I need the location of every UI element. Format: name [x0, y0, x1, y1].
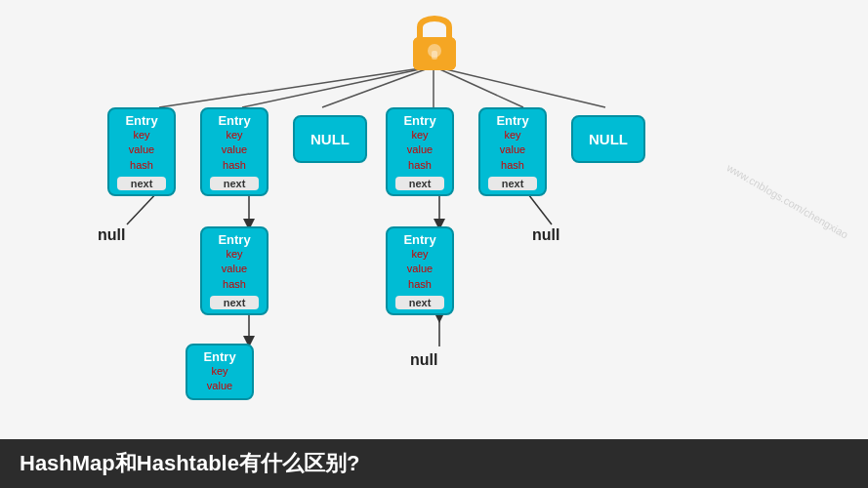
- diagram-container: Entry keyvaluehash next Entry keyvalueha…: [0, 0, 868, 488]
- null-node-1: NULL: [293, 115, 367, 163]
- svg-line-0: [159, 66, 434, 107]
- caption-bar: HashMap和Hashtable有什么区别?: [0, 439, 868, 488]
- null-node-2: NULL: [571, 115, 645, 163]
- caption-text: HashMap和Hashtable有什么区别?: [20, 451, 359, 475]
- svg-rect-18: [432, 51, 437, 60]
- entry-node-e4: Entry keyvaluehash next: [478, 107, 547, 196]
- entry-node-e6: Entry keyvaluehash next: [386, 226, 454, 315]
- null-label-1: null: [98, 226, 125, 244]
- entry-node-e2: Entry keyvaluehash next: [200, 107, 269, 196]
- null-label-2: null: [532, 226, 559, 244]
- entry-node-e3: Entry keyvaluehash next: [386, 107, 454, 196]
- lock-icon: [405, 8, 464, 66]
- entry-node-e1: Entry keyvaluehash next: [107, 107, 176, 196]
- entry-node-e7: Entry keyvalue: [186, 344, 254, 400]
- watermark: www.cnblogs.com/chengxiao: [724, 161, 849, 240]
- null-label-3: null: [410, 351, 437, 369]
- entry-node-e5: Entry keyvaluehash next: [200, 226, 269, 315]
